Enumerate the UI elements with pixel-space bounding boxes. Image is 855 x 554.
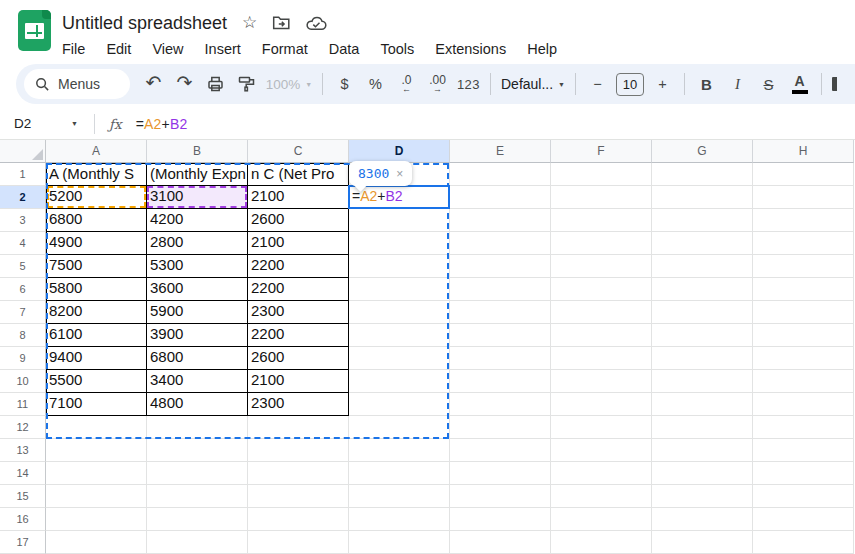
cell-F16[interactable] [551, 508, 652, 531]
cell-H3[interactable] [753, 209, 854, 232]
cell-D9[interactable] [349, 347, 450, 370]
cell-E11[interactable] [450, 393, 551, 416]
more-formats-button[interactable]: 123 [453, 69, 484, 99]
cell-C15[interactable] [248, 485, 349, 508]
column-header-E[interactable]: E [450, 140, 551, 163]
row-header-12[interactable]: 12 [0, 416, 46, 439]
cell-E17[interactable] [450, 531, 551, 554]
cell-B7[interactable]: 5900 [147, 301, 248, 324]
column-header-H[interactable]: H [753, 140, 854, 163]
cell-E4[interactable] [450, 232, 551, 255]
cell-C1[interactable]: n C (Net Pro [248, 163, 349, 186]
cell-C6[interactable]: 2200 [248, 278, 349, 301]
cell-F13[interactable] [551, 439, 652, 462]
move-folder-icon[interactable] [272, 15, 291, 31]
cell-G4[interactable] [652, 232, 753, 255]
star-icon[interactable]: ☆ [242, 12, 257, 33]
cell-D10[interactable] [349, 370, 450, 393]
text-color-button[interactable]: A [784, 69, 815, 99]
column-header-G[interactable]: G [652, 140, 753, 163]
row-header-9[interactable]: 9 [0, 347, 46, 370]
cell-G5[interactable] [652, 255, 753, 278]
bold-button[interactable]: B [691, 69, 722, 99]
cell-D13[interactable] [349, 439, 450, 462]
cell-C12[interactable] [248, 416, 349, 439]
cell-D7[interactable] [349, 301, 450, 324]
cell-A16[interactable] [46, 508, 147, 531]
italic-button[interactable]: I [722, 69, 753, 99]
cell-E9[interactable] [450, 347, 551, 370]
cell-G12[interactable] [652, 416, 753, 439]
decrease-decimal-button[interactable]: .0← [391, 69, 422, 99]
cell-C5[interactable]: 2200 [248, 255, 349, 278]
cell-B11[interactable]: 4800 [147, 393, 248, 416]
cell-G8[interactable] [652, 324, 753, 347]
cell-A13[interactable] [46, 439, 147, 462]
cell-G10[interactable] [652, 370, 753, 393]
zoom-control[interactable]: 100% ▼ [262, 69, 316, 99]
cell-E1[interactable] [450, 163, 551, 186]
cell-F11[interactable] [551, 393, 652, 416]
cell-E2[interactable] [450, 186, 551, 209]
cell-G3[interactable] [652, 209, 753, 232]
cell-B2[interactable]: 3100 [147, 186, 248, 209]
cell-A1[interactable]: A (Monthly S [46, 163, 147, 186]
cell-C3[interactable]: 2600 [248, 209, 349, 232]
cell-E3[interactable] [450, 209, 551, 232]
cell-H12[interactable] [753, 416, 854, 439]
column-header-A[interactable]: A [46, 140, 147, 163]
cell-C14[interactable] [248, 462, 349, 485]
decrease-font-size-button[interactable]: − [582, 69, 613, 99]
select-all-button[interactable] [0, 140, 46, 163]
cell-D11[interactable] [349, 393, 450, 416]
cell-H16[interactable] [753, 508, 854, 531]
column-header-F[interactable]: F [551, 140, 652, 163]
cell-H15[interactable] [753, 485, 854, 508]
cell-F15[interactable] [551, 485, 652, 508]
cell-B8[interactable]: 3900 [147, 324, 248, 347]
cell-B4[interactable]: 2800 [147, 232, 248, 255]
font-family-select[interactable]: Defaul... ▼ [497, 69, 569, 99]
row-header-16[interactable]: 16 [0, 508, 46, 531]
strikethrough-button[interactable]: S [753, 69, 784, 99]
cell-editor-D2[interactable]: =A2+B2 [349, 186, 450, 209]
cell-H11[interactable] [753, 393, 854, 416]
row-header-5[interactable]: 5 [0, 255, 46, 278]
redo-button[interactable]: ↷ [169, 68, 200, 98]
name-box[interactable]: D2 ▼ [0, 116, 88, 131]
menu-tools[interactable]: Tools [380, 41, 414, 57]
menu-view[interactable]: View [152, 41, 183, 57]
cell-F1[interactable] [551, 163, 652, 186]
row-header-1[interactable]: 1 [0, 163, 46, 186]
cell-G15[interactable] [652, 485, 753, 508]
paint-format-button[interactable] [231, 69, 262, 99]
cell-C17[interactable] [248, 531, 349, 554]
cell-A2[interactable]: 5200 [46, 186, 147, 209]
cell-H17[interactable] [753, 531, 854, 554]
cell-B5[interactable]: 5300 [147, 255, 248, 278]
cell-F5[interactable] [551, 255, 652, 278]
cell-H9[interactable] [753, 347, 854, 370]
row-header-8[interactable]: 8 [0, 324, 46, 347]
row-header-4[interactable]: 4 [0, 232, 46, 255]
cell-A11[interactable]: 7100 [46, 393, 147, 416]
cell-E16[interactable] [450, 508, 551, 531]
row-header-10[interactable]: 10 [0, 370, 46, 393]
cell-F7[interactable] [551, 301, 652, 324]
cell-B12[interactable] [147, 416, 248, 439]
cell-H1[interactable] [753, 163, 854, 186]
cell-C16[interactable] [248, 508, 349, 531]
cell-B10[interactable]: 3400 [147, 370, 248, 393]
cell-H5[interactable] [753, 255, 854, 278]
cell-E14[interactable] [450, 462, 551, 485]
cell-A8[interactable]: 6100 [46, 324, 147, 347]
cell-A7[interactable]: 8200 [46, 301, 147, 324]
cell-F9[interactable] [551, 347, 652, 370]
cell-G16[interactable] [652, 508, 753, 531]
menu-help[interactable]: Help [527, 41, 557, 57]
cell-H14[interactable] [753, 462, 854, 485]
cell-B6[interactable]: 3600 [147, 278, 248, 301]
cell-B9[interactable]: 6800 [147, 347, 248, 370]
cell-F3[interactable] [551, 209, 652, 232]
cell-H10[interactable] [753, 370, 854, 393]
